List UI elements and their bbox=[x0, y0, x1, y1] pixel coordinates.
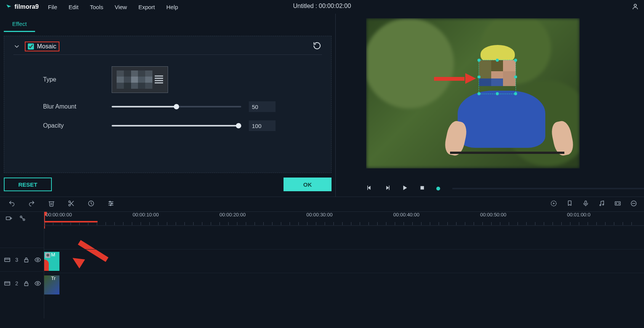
delete-icon[interactable] bbox=[48, 200, 55, 208]
speed-icon[interactable] bbox=[88, 200, 95, 208]
resize-handle[interactable] bbox=[514, 92, 517, 95]
mosaic-overlay[interactable] bbox=[479, 60, 516, 94]
play-icon[interactable] bbox=[401, 184, 408, 193]
track-lane-2[interactable]: Tr bbox=[44, 273, 644, 296]
split-icon[interactable] bbox=[68, 200, 75, 208]
resize-handle[interactable] bbox=[514, 75, 517, 78]
magnet-icon[interactable] bbox=[19, 215, 26, 223]
svg-point-32 bbox=[37, 259, 39, 261]
menu-view[interactable]: View bbox=[115, 4, 127, 10]
resize-handle[interactable] bbox=[477, 75, 481, 78]
svg-marker-3 bbox=[386, 186, 389, 190]
ruler-tick: 00:00:30:00 bbox=[306, 212, 333, 218]
track-lane-empty[interactable] bbox=[44, 226, 644, 249]
ruler-tick: 00:00:10:00 bbox=[133, 212, 159, 218]
mosaic-type-selector[interactable] bbox=[112, 66, 168, 93]
ruler-tick: 00:00:50:00 bbox=[480, 212, 506, 218]
marker-icon[interactable] bbox=[566, 200, 573, 208]
effect-name: Mosaic bbox=[37, 43, 56, 50]
playhead-indicator-icon[interactable] bbox=[436, 187, 440, 190]
resize-handle[interactable] bbox=[496, 59, 499, 62]
svg-point-36 bbox=[37, 282, 39, 284]
menu-help[interactable]: Help bbox=[167, 4, 178, 10]
voiceover-icon[interactable] bbox=[582, 200, 589, 208]
track-head-2: 2 bbox=[0, 271, 44, 295]
menu-export[interactable]: Export bbox=[138, 4, 155, 10]
svg-point-13 bbox=[109, 201, 111, 202]
menu-file[interactable]: File bbox=[48, 4, 57, 10]
effect-clip-icon: ✻ bbox=[45, 253, 50, 258]
timeline-ruler[interactable]: 00:00:00:00 00:00:10:00 00:00:20:00 00:0… bbox=[44, 212, 644, 226]
ruler-tick: 00:00:00:00 bbox=[46, 212, 72, 218]
reset-effect-icon[interactable] bbox=[313, 42, 321, 51]
track-number: 3 bbox=[15, 257, 18, 263]
blur-amount-value[interactable] bbox=[249, 101, 276, 112]
resize-handle[interactable] bbox=[477, 59, 481, 62]
svg-point-15 bbox=[110, 205, 111, 206]
account-icon[interactable] bbox=[632, 3, 639, 11]
menu-edit[interactable]: Edit bbox=[69, 4, 78, 10]
render-icon[interactable] bbox=[550, 200, 557, 208]
mosaic-preview-icon bbox=[117, 70, 152, 89]
mosaic-clip[interactable]: ✻ M bbox=[44, 252, 59, 271]
svg-marker-5 bbox=[403, 186, 407, 190]
annotation-arrow-icon bbox=[434, 75, 476, 82]
svg-rect-31 bbox=[24, 259, 28, 262]
mosaic-checkbox[interactable] bbox=[28, 43, 34, 50]
clip-trim-icon bbox=[44, 259, 49, 271]
add-track-icon[interactable] bbox=[5, 215, 12, 223]
opacity-value[interactable] bbox=[249, 120, 276, 131]
svg-point-14 bbox=[111, 203, 112, 204]
lock-icon[interactable] bbox=[23, 256, 30, 263]
undo-icon[interactable] bbox=[8, 200, 15, 208]
tab-effect[interactable]: Effect bbox=[4, 17, 35, 32]
step-forward-icon[interactable] bbox=[384, 184, 391, 193]
track-head-3: 3 bbox=[0, 248, 44, 271]
preview-subject bbox=[446, 45, 568, 167]
resize-handle[interactable] bbox=[477, 92, 481, 95]
svg-rect-18 bbox=[585, 201, 587, 204]
adjust-icon[interactable] bbox=[107, 200, 114, 208]
resize-handle[interactable] bbox=[496, 92, 499, 95]
stop-icon[interactable] bbox=[419, 184, 426, 193]
svg-point-0 bbox=[634, 4, 636, 6]
opacity-label: Opacity bbox=[43, 122, 112, 129]
eye-icon[interactable] bbox=[34, 280, 41, 287]
type-list-icon[interactable] bbox=[155, 75, 163, 84]
type-label: Type bbox=[43, 76, 112, 83]
redo-icon[interactable] bbox=[28, 200, 35, 208]
svg-rect-33 bbox=[5, 282, 10, 285]
svg-rect-24 bbox=[6, 217, 10, 220]
chevron-down-icon[interactable] bbox=[13, 43, 20, 50]
svg-rect-29 bbox=[5, 258, 10, 261]
ok-button[interactable]: OK bbox=[284, 178, 332, 191]
svg-point-20 bbox=[602, 204, 604, 205]
svg-marker-1 bbox=[368, 186, 371, 190]
lock-icon[interactable] bbox=[23, 280, 30, 287]
blur-amount-slider[interactable] bbox=[112, 106, 241, 107]
brand-name: filmora9 bbox=[14, 3, 39, 10]
eye-icon[interactable] bbox=[34, 256, 41, 263]
step-back-icon[interactable] bbox=[366, 184, 373, 193]
svg-marker-17 bbox=[553, 203, 555, 205]
zoom-slider-icon[interactable] bbox=[630, 200, 637, 208]
ruler-tick: 00:00:40:00 bbox=[393, 212, 420, 218]
track-lane-3[interactable]: ✻ M bbox=[44, 249, 644, 273]
ruler-tick: 00:00:20:00 bbox=[219, 212, 246, 218]
video-clip[interactable]: Tr bbox=[44, 275, 59, 294]
brand: filmora9 bbox=[5, 3, 39, 10]
preview-scrubber[interactable] bbox=[452, 188, 644, 189]
zoom-fit-icon[interactable] bbox=[614, 200, 621, 208]
brand-logo-icon bbox=[5, 3, 12, 10]
clip-label: M bbox=[51, 252, 55, 258]
audio-mixer-icon[interactable] bbox=[598, 200, 605, 208]
resize-handle[interactable] bbox=[514, 59, 517, 62]
video-preview[interactable] bbox=[366, 18, 580, 168]
svg-point-19 bbox=[600, 205, 601, 206]
effect-panel: Mosaic Type Blur Amount bbox=[4, 36, 332, 173]
track-number: 2 bbox=[15, 280, 18, 286]
menu-tools[interactable]: Tools bbox=[90, 4, 103, 10]
reset-button[interactable]: RESET bbox=[4, 178, 52, 191]
selection-range bbox=[44, 221, 98, 222]
opacity-slider[interactable] bbox=[112, 125, 241, 126]
